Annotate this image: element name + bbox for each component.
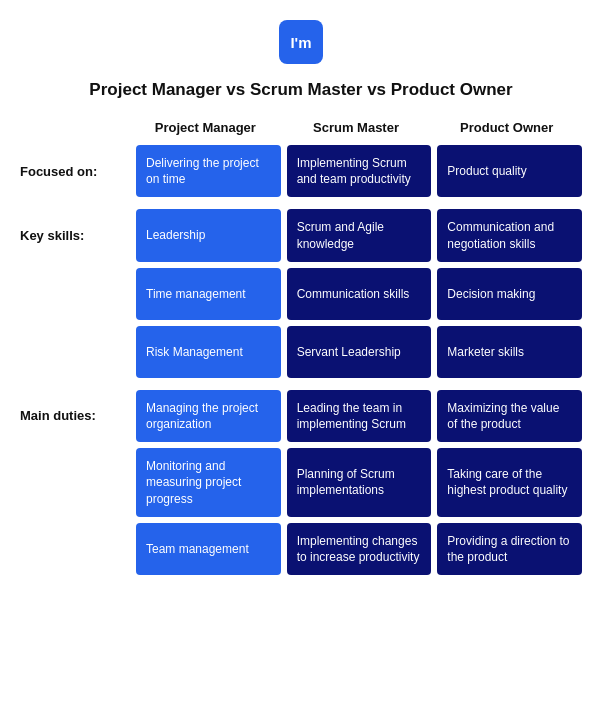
table-row: Key skills:LeadershipScrum and Agile kno… [20, 209, 582, 261]
section-2: Main duties:Managing the project organiz… [20, 390, 582, 575]
section-label-1 [20, 326, 130, 378]
cell-pm-2-0: Managing the project organization [136, 390, 281, 442]
cell-pm-1-1: Time management [136, 268, 281, 320]
cell-pm-1-2: Risk Management [136, 326, 281, 378]
logo-text: I'm [290, 34, 311, 51]
cell-sm-1-1: Communication skills [287, 268, 432, 320]
page-title: Project Manager vs Scrum Master vs Produ… [89, 80, 512, 100]
table-header: Project Manager Scrum Master Product Own… [20, 120, 582, 139]
table-row: Monitoring and measuring project progres… [20, 448, 582, 517]
column-header-po: Product Owner [431, 120, 582, 139]
section-label-2: Main duties: [20, 390, 130, 442]
section-label-1 [20, 268, 130, 320]
cell-po-2-2: Providing a direction to the product [437, 523, 582, 575]
header-empty [20, 120, 130, 139]
table-row: Main duties:Managing the project organiz… [20, 390, 582, 442]
cell-po-0-0: Product quality [437, 145, 582, 197]
comparison-table: Project Manager Scrum Master Product Own… [20, 120, 582, 587]
cell-pm-2-2: Team management [136, 523, 281, 575]
cell-pm-0-0: Delivering the project on time [136, 145, 281, 197]
section-1: Key skills:LeadershipScrum and Agile kno… [20, 209, 582, 377]
cell-sm-1-0: Scrum and Agile knowledge [287, 209, 432, 261]
section-0: Focused on:Delivering the project on tim… [20, 145, 582, 197]
cell-pm-2-1: Monitoring and measuring project progres… [136, 448, 281, 517]
cell-po-1-2: Marketer skills [437, 326, 582, 378]
cell-pm-1-0: Leadership [136, 209, 281, 261]
cell-sm-1-2: Servant Leadership [287, 326, 432, 378]
table-body: Focused on:Delivering the project on tim… [20, 145, 582, 575]
column-header-sm: Scrum Master [281, 120, 432, 139]
cell-sm-0-0: Implementing Scrum and team productivity [287, 145, 432, 197]
cell-po-1-0: Communication and negotiation skills [437, 209, 582, 261]
section-label-1: Key skills: [20, 209, 130, 261]
logo: I'm [279, 20, 323, 64]
cell-sm-2-2: Implementing changes to increase product… [287, 523, 432, 575]
table-row: Time managementCommunication skillsDecis… [20, 268, 582, 320]
cell-sm-2-0: Leading the team in implementing Scrum [287, 390, 432, 442]
cell-sm-2-1: Planning of Scrum implementations [287, 448, 432, 517]
cell-po-2-1: Taking care of the highest product quali… [437, 448, 582, 517]
cell-po-1-1: Decision making [437, 268, 582, 320]
section-label-2 [20, 448, 130, 517]
cell-po-2-0: Maximizing the value of the product [437, 390, 582, 442]
table-row: Focused on:Delivering the project on tim… [20, 145, 582, 197]
column-header-pm: Project Manager [130, 120, 281, 139]
section-label-2 [20, 523, 130, 575]
table-row: Risk ManagementServant LeadershipMarkete… [20, 326, 582, 378]
table-row: Team managementImplementing changes to i… [20, 523, 582, 575]
section-label-0: Focused on: [20, 145, 130, 197]
